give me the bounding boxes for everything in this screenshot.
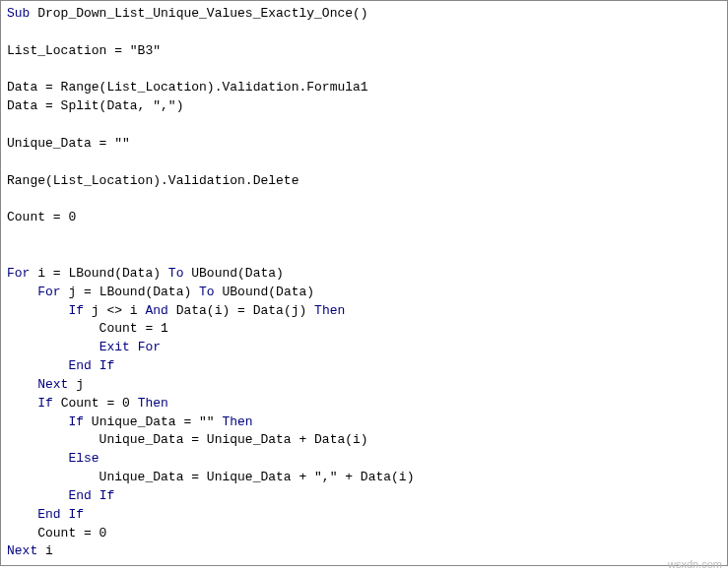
indent <box>7 303 68 318</box>
code-text: j <> i <box>84 303 145 318</box>
indent <box>7 340 99 354</box>
code-text: Data(i) = Data(j) <box>168 303 314 318</box>
indent <box>7 358 68 373</box>
keyword-next: Next <box>37 377 68 392</box>
keyword-for: For <box>37 285 60 299</box>
indent <box>7 451 68 466</box>
code-line: Data = Split(Data, ",") <box>7 98 183 113</box>
code-line: Count = 1 <box>7 321 168 336</box>
keyword-sub: Sub <box>7 6 30 21</box>
indent <box>7 488 68 503</box>
code-text: Unique_Data = "" <box>84 414 222 429</box>
indent <box>7 396 37 411</box>
keyword-for: For <box>7 266 30 281</box>
indent <box>7 377 37 392</box>
keyword-if: If <box>68 303 84 318</box>
code-text: i = LBound(Data) <box>30 266 167 281</box>
keyword-then: Then <box>138 396 168 411</box>
keyword-next: Next <box>7 543 37 558</box>
indent <box>7 285 37 299</box>
keyword-to: To <box>199 285 215 299</box>
keyword-if: If <box>37 396 53 411</box>
code-text: j <box>68 377 84 392</box>
code-line: Count = 0 <box>7 210 76 224</box>
code-line: Count = 0 <box>7 526 106 540</box>
keyword-end-if: End If <box>68 488 114 503</box>
indent <box>7 507 37 522</box>
keyword-to: To <box>168 266 184 281</box>
code-line: Unique_Data = Unique_Data + "," + Data(i… <box>7 470 414 484</box>
code-text: UBound(Data) <box>183 266 283 281</box>
keyword-and: And <box>145 303 167 318</box>
code-line: Unique_Data = Unique_Data + Data(i) <box>7 432 368 447</box>
code-text: j = LBound(Data) <box>61 285 199 299</box>
keyword-end-if: End If <box>37 507 84 522</box>
keyword-else: Else <box>68 451 99 466</box>
keyword-exit-for: Exit For <box>99 340 161 354</box>
code-text: i <box>37 543 53 558</box>
keyword-if: If <box>68 414 84 429</box>
indent <box>7 414 68 429</box>
code-line: List_Location = "B3" <box>7 43 161 58</box>
code-text: Count = 0 <box>53 396 138 411</box>
keyword-then: Then <box>222 414 252 429</box>
vba-code-block: Sub Drop_Down_List_Unique_Values_Exactly… <box>0 0 728 566</box>
code-line: Range(List_Location).Validation.Delete <box>7 173 298 188</box>
proc-name: Drop_Down_List_Unique_Values_Exactly_Onc… <box>30 6 367 21</box>
keyword-then: Then <box>314 303 345 318</box>
code-line: Unique_Data = "" <box>7 136 130 151</box>
watermark-text: wsxdn.com <box>668 558 722 570</box>
keyword-end-if: End If <box>68 358 114 373</box>
code-line: Data = Range(List_Location).Validation.F… <box>7 80 368 95</box>
code-text: UBound(Data) <box>215 285 314 299</box>
